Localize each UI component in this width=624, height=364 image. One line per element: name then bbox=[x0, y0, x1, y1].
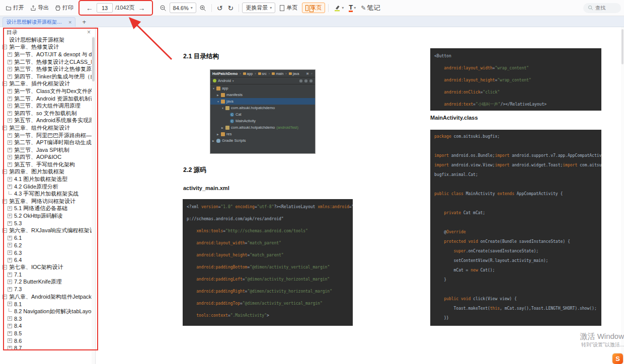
toc-item[interactable]: 第一章、热修复设计 bbox=[0, 44, 95, 51]
toc-item[interactable]: 第四节、AOP&IOC bbox=[0, 154, 95, 161]
toc-expander-icon[interactable] bbox=[8, 316, 12, 321]
toc-item[interactable]: 第五节、Android系统服务实现原理 bbox=[0, 117, 95, 125]
toc-item[interactable]: 第五节、手写组件化架构 bbox=[0, 161, 95, 168]
toc-expander-icon[interactable] bbox=[9, 191, 12, 195]
toc-item[interactable]: 4.2 Glide原理分析 bbox=[0, 183, 95, 191]
toc-item[interactable]: 第三章、组件化框架设计 bbox=[0, 124, 95, 132]
print-button[interactable]: 打印 bbox=[52, 3, 76, 13]
prev-page-button[interactable]: ← bbox=[85, 5, 94, 12]
toc-item[interactable]: 第一节、AOT/JIT & dexopt 与 dex2oa bbox=[0, 51, 95, 58]
rotate-left-button[interactable]: ↺ bbox=[215, 3, 225, 13]
toc-expander-icon[interactable] bbox=[8, 155, 12, 159]
toc-expander-icon[interactable] bbox=[3, 228, 7, 233]
toc-item[interactable]: 5.3 bbox=[0, 220, 95, 227]
export-button[interactable]: 导出 bbox=[28, 3, 51, 13]
tab-close-icon[interactable]: × bbox=[68, 20, 71, 25]
toc-expander-icon[interactable] bbox=[8, 133, 12, 138]
toc-item[interactable]: 第八章、Android架构组件Jetpack bbox=[0, 293, 95, 301]
toc-item[interactable]: 第二节、Android 资源加载机制详解 bbox=[0, 95, 95, 103]
toc-item[interactable]: 5.1 网络通信必备基础 bbox=[0, 205, 95, 213]
toc-item[interactable]: 第五章、网络访问框架设计 bbox=[0, 198, 95, 205]
toc-expander-icon[interactable] bbox=[8, 243, 12, 247]
toc-item[interactable]: 第四节、so 文件加载机制 bbox=[0, 110, 95, 117]
toc-expander-icon[interactable] bbox=[8, 67, 12, 71]
zoom-in-button[interactable] bbox=[197, 4, 208, 13]
note-button[interactable]: ✎ 笔记 bbox=[359, 3, 382, 14]
toc-item[interactable]: 4.3 手写图片加载框架实战 bbox=[0, 190, 95, 198]
toc-expander-icon[interactable] bbox=[3, 81, 7, 86]
new-tab-button[interactable]: + bbox=[80, 18, 89, 27]
sidebar-scrollbar[interactable] bbox=[92, 36, 95, 364]
toc-expander-icon[interactable] bbox=[8, 97, 12, 101]
toc-expander-icon[interactable] bbox=[8, 236, 12, 240]
toc-item[interactable]: 8.4 bbox=[0, 322, 95, 330]
toc-item[interactable]: 6.1 bbox=[0, 234, 95, 242]
toc-expander-icon[interactable] bbox=[8, 148, 12, 152]
toc-item[interactable]: 4.1 图片加载框架选型 bbox=[0, 175, 95, 183]
toc-item[interactable]: 6.4 bbox=[0, 256, 95, 264]
toc-item[interactable]: 第六章、RXJava响应式编程框架设计 bbox=[0, 227, 95, 234]
toc-expander-icon[interactable] bbox=[8, 177, 12, 181]
double-page-button[interactable]: 双页 bbox=[302, 3, 325, 13]
toc-item[interactable]: 8.1 bbox=[0, 300, 95, 308]
toc-item[interactable]: 7.1 bbox=[0, 271, 95, 279]
toc-item[interactable]: 7.2 ButterKnife原理 bbox=[0, 279, 95, 286]
toc-expander-icon[interactable] bbox=[8, 221, 12, 226]
toc-item[interactable]: 5.2 OkHttp源码解读 bbox=[0, 212, 95, 220]
toc-expander-icon[interactable] bbox=[8, 258, 12, 262]
change-background-select[interactable]: 更换背景 ▾ bbox=[242, 3, 275, 13]
text-color-tool-button[interactable]: T ▾ bbox=[347, 3, 358, 13]
toc-expander-icon[interactable] bbox=[8, 52, 12, 57]
toc-expander-icon[interactable] bbox=[9, 308, 12, 312]
toc-expander-icon[interactable] bbox=[8, 104, 12, 108]
zoom-select[interactable]: 84.6% ▾ bbox=[170, 3, 196, 13]
toc-item[interactable]: 第三节、四大组件调用原理 bbox=[0, 102, 95, 110]
toc-item[interactable]: 第四节、Tinker的集成与使用（自动补丁） bbox=[0, 73, 95, 80]
open-button[interactable]: 打开 bbox=[3, 3, 27, 13]
toc-expander-icon[interactable] bbox=[8, 324, 12, 328]
toc-item[interactable]: 设计思想解读开源框架 bbox=[0, 36, 95, 44]
toc-item[interactable]: 第二节、APT编译时期自动生成代码&动 bbox=[0, 139, 95, 146]
toc-expander-icon[interactable] bbox=[8, 162, 12, 167]
scrollbar-thumb[interactable] bbox=[92, 37, 95, 81]
toc-expander-icon[interactable] bbox=[8, 60, 12, 64]
toc-expander-icon[interactable] bbox=[8, 214, 12, 218]
toc-expander-icon[interactable] bbox=[8, 346, 12, 350]
toc-item[interactable]: 第二节、热修复设计之CLASS_ISPREVER bbox=[0, 58, 95, 66]
next-page-button[interactable]: → bbox=[137, 5, 146, 12]
toc-item[interactable]: 第一节、阿里巴巴开源路由框——ARout bbox=[0, 132, 95, 139]
toc-expander-icon[interactable] bbox=[3, 265, 7, 269]
toc-item[interactable]: 8.7 bbox=[0, 344, 95, 352]
toc-expander-icon[interactable] bbox=[8, 331, 12, 336]
highlight-tool-button[interactable]: ▾ bbox=[332, 4, 346, 13]
toc-expander-icon[interactable] bbox=[8, 111, 12, 116]
search-input[interactable] bbox=[595, 5, 616, 11]
document-tab[interactable]: 设计思想解读开源框架无水印... × bbox=[3, 17, 75, 27]
toc-expander-icon[interactable] bbox=[8, 280, 12, 284]
toc-item[interactable]: 第三节、Java SPI机制 bbox=[0, 146, 95, 154]
input-method-tray-icon[interactable]: S bbox=[612, 353, 623, 364]
toc-expander-icon[interactable] bbox=[3, 199, 7, 204]
toc-item[interactable]: 第一节、Class文件与Dex文件的结构解读 bbox=[0, 87, 95, 95]
toc-expander-icon[interactable] bbox=[8, 287, 12, 292]
toc-expander-icon[interactable] bbox=[8, 338, 12, 343]
toc-item[interactable]: 6.2 bbox=[0, 242, 95, 249]
toc-expander-icon[interactable] bbox=[8, 118, 12, 123]
toc-item[interactable]: 6.3 bbox=[0, 249, 95, 256]
toc-expander-icon[interactable] bbox=[3, 169, 7, 174]
zoom-out-button[interactable] bbox=[158, 4, 169, 13]
toc-item[interactable]: 8.5 bbox=[0, 330, 95, 337]
scrollbar-thumb[interactable] bbox=[621, 29, 623, 64]
toc-item[interactable]: 第七章、IOC架构设计 bbox=[0, 263, 95, 271]
toc-item[interactable]: 第三节、热修复设计之热修复原理 bbox=[0, 65, 95, 73]
toc-expander-icon[interactable] bbox=[8, 89, 12, 94]
rotate-right-button[interactable]: ↻ bbox=[225, 3, 236, 13]
toc-expander-icon[interactable] bbox=[3, 126, 7, 130]
toc-item[interactable]: 8.6 bbox=[0, 337, 95, 344]
toc-item[interactable]: 第四章、图片加载框架 bbox=[0, 168, 95, 176]
toc-item[interactable]: 7.3 bbox=[0, 286, 95, 293]
toc-item[interactable]: 第二章、插件化框架设计 bbox=[0, 80, 95, 88]
toc-expander-icon[interactable] bbox=[8, 272, 12, 277]
toc-expander-icon[interactable] bbox=[3, 295, 7, 299]
toc-expander-icon[interactable] bbox=[3, 45, 7, 49]
